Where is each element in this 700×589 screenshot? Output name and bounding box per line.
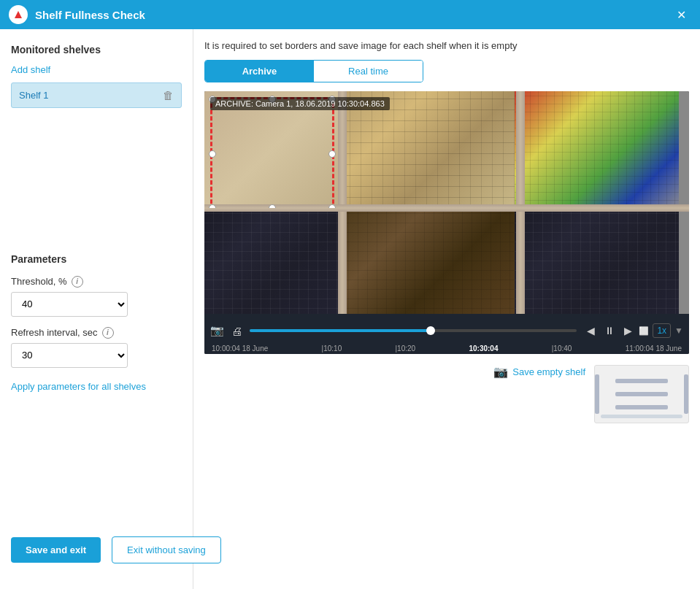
buttons-row: Save and exit Exit without saving bbox=[11, 522, 182, 574]
shelf-cell-boxes2 bbox=[339, 208, 515, 314]
shelf-post-left bbox=[595, 374, 599, 415]
time-current: 10:30:04 bbox=[469, 344, 498, 353]
shelf-cell-mixed bbox=[515, 91, 679, 208]
pause-button[interactable]: ⏸ bbox=[601, 323, 618, 338]
app-title: Shelf Fullness Check bbox=[35, 9, 671, 21]
right-panel: It is required to set borders and save i… bbox=[193, 29, 700, 589]
shelf-shelves bbox=[605, 373, 678, 415]
params-left-section: Parameters Threshold, % i 40 10 20 30 50… bbox=[11, 239, 182, 392]
tabs-row: Archive Real time bbox=[204, 60, 423, 82]
shelf-thumbnail bbox=[594, 365, 689, 423]
playback-controls: ◀ ⏸ ▶ ⬜ 1x ▼ bbox=[584, 319, 683, 338]
left-panel: Monitored shelves Add shelf Shelf 1 🗑 Pa… bbox=[0, 29, 193, 589]
shelf-divider-v2 bbox=[516, 91, 525, 314]
svg-marker-0 bbox=[15, 11, 22, 18]
refresh-group: Refresh interval, sec i 30 10 20 60 120 bbox=[11, 327, 182, 368]
shelf-board-3 bbox=[615, 405, 668, 409]
video-controls: 📷 🖨 ◀ ⏸ ▶ ⬜ 1 bbox=[204, 314, 689, 354]
save-empty-button[interactable]: 📷 Save empty shelf bbox=[493, 365, 585, 379]
time-40: |10:40 bbox=[552, 344, 572, 353]
threshold-label-row: Threshold, % i bbox=[11, 276, 182, 288]
params-title: Parameters bbox=[11, 253, 182, 265]
save-empty-label: Save empty shelf bbox=[512, 366, 585, 377]
threshold-label: Threshold, % bbox=[11, 276, 67, 287]
monitored-shelves-title: Monitored shelves bbox=[11, 44, 182, 55]
shelf-cell-boxes3 bbox=[515, 208, 679, 314]
prev-frame-button[interactable]: ◀ bbox=[584, 323, 598, 338]
shelf-post-right bbox=[684, 374, 688, 415]
speed-button[interactable]: 1x bbox=[653, 323, 671, 338]
time-10: |10:10 bbox=[322, 344, 342, 353]
timeline-thumb[interactable] bbox=[426, 326, 435, 335]
shelf-cell-dark bbox=[204, 208, 339, 314]
timeline-container bbox=[242, 325, 584, 332]
save-empty-area: 📷 Save empty shelf bbox=[204, 354, 689, 423]
shelf-item[interactable]: Shelf 1 🗑 bbox=[11, 82, 182, 108]
refresh-label: Refresh interval, sec bbox=[11, 327, 98, 338]
timeline-bar[interactable] bbox=[250, 329, 577, 332]
save-exit-button[interactable]: Save and exit bbox=[11, 537, 101, 563]
shelf-board-2 bbox=[615, 392, 668, 396]
refresh-info-icon[interactable]: i bbox=[102, 327, 114, 339]
speed-dropdown-icon[interactable]: ▼ bbox=[674, 326, 683, 336]
time-end: 11:00:04 18 June bbox=[626, 344, 682, 353]
threshold-group: Threshold, % i 40 10 20 30 50 60 70 80 9… bbox=[11, 276, 182, 317]
refresh-select[interactable]: 30 10 20 60 120 bbox=[11, 343, 128, 368]
instruction-text: It is required to set borders and save i… bbox=[204, 40, 689, 51]
shelf-divider-h1 bbox=[204, 204, 689, 212]
threshold-select[interactable]: 40 10 20 30 50 60 70 80 90 bbox=[11, 292, 128, 317]
shelf-divider-v1 bbox=[338, 91, 347, 314]
next-frame-button[interactable]: ▶ bbox=[621, 323, 635, 338]
time-markers: 10:00:04 18 June |10:10 |10:20 10:30:04 … bbox=[210, 343, 683, 354]
timeline-progress bbox=[250, 329, 430, 332]
camera-save-icon: 📷 bbox=[493, 365, 508, 379]
shelf-board-1 bbox=[615, 379, 668, 383]
apply-params-link[interactable]: Apply parameters for all shelves bbox=[11, 381, 146, 392]
threshold-info-icon[interactable]: i bbox=[72, 276, 83, 288]
refresh-label-row: Refresh interval, sec i bbox=[11, 327, 182, 339]
camera-icon[interactable]: 📷 bbox=[210, 324, 224, 337]
title-bar: Shelf Fullness Check ✕ bbox=[0, 0, 700, 29]
app-logo bbox=[9, 5, 28, 24]
thumb-progress-bar bbox=[601, 415, 682, 418]
tab-archive[interactable]: Archive bbox=[205, 61, 314, 82]
shelf-delete-icon[interactable]: 🗑 bbox=[163, 89, 174, 101]
print-icon[interactable]: 🖨 bbox=[231, 325, 242, 337]
speed-spacer: ⬜ bbox=[639, 326, 649, 336]
time-start: 10:00:04 18 June bbox=[212, 344, 268, 353]
shelf-item-label: Shelf 1 bbox=[19, 90, 48, 101]
main-container: Monitored shelves Add shelf Shelf 1 🗑 Pa… bbox=[0, 29, 700, 589]
video-container: ARCHIVE: Camera 1, 18.06.2019 10:30:04.8… bbox=[204, 91, 689, 354]
tab-realtime[interactable]: Real time bbox=[314, 61, 423, 82]
shelf-image bbox=[204, 91, 689, 314]
controls-row: 📷 🖨 ◀ ⏸ ▶ ⬜ 1 bbox=[210, 314, 683, 343]
left-controls: 📷 🖨 bbox=[210, 320, 242, 337]
add-shelf-link[interactable]: Add shelf bbox=[11, 64, 182, 75]
time-20: |10:20 bbox=[396, 344, 416, 353]
close-button[interactable]: ✕ bbox=[671, 4, 691, 25]
video-overlay-label: ARCHIVE: Camera 1, 18.06.2019 10:30:04.8… bbox=[210, 97, 390, 110]
